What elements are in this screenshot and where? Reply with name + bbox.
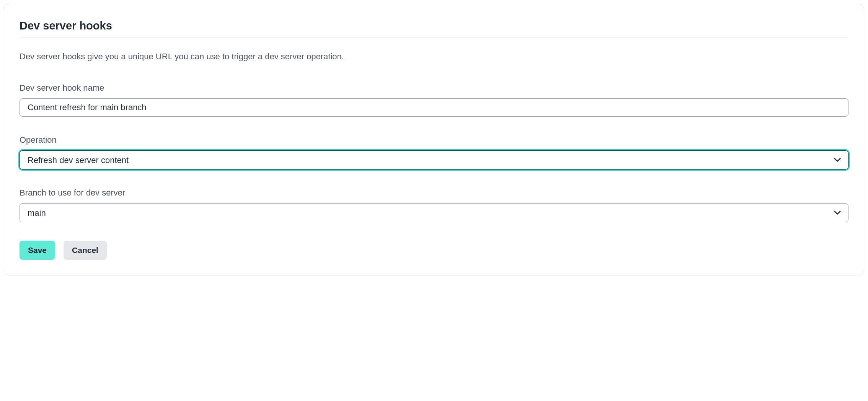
operation-select[interactable]: Refresh dev server content (20, 150, 848, 170)
hook-name-label: Dev server hook name (20, 83, 848, 93)
operation-field-group: Operation Refresh dev server content (20, 135, 848, 170)
operation-label: Operation (20, 135, 848, 145)
hook-name-field-group: Dev server hook name (20, 83, 848, 117)
branch-label: Branch to use for dev server (20, 188, 848, 198)
branch-select[interactable]: main (20, 203, 848, 222)
card-description: Dev server hooks give you a unique URL y… (20, 52, 848, 62)
save-button[interactable]: Save (20, 241, 55, 260)
dev-server-hooks-card: Dev server hooks Dev server hooks give y… (4, 4, 864, 275)
operation-select-wrapper: Refresh dev server content (20, 150, 848, 170)
cancel-button[interactable]: Cancel (64, 241, 107, 260)
branch-field-group: Branch to use for dev server main (20, 188, 848, 222)
card-title: Dev server hooks (20, 20, 848, 38)
branch-select-wrapper: main (20, 203, 848, 222)
button-row: Save Cancel (20, 241, 848, 260)
hook-name-input[interactable] (20, 98, 848, 117)
